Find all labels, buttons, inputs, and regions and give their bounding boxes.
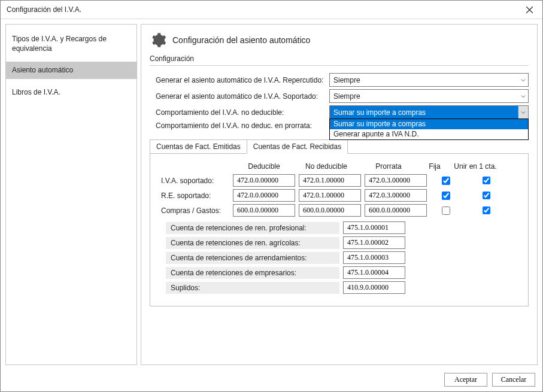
retencion-row: Cuenta de retenciones de empresarios:	[160, 266, 518, 279]
chevron-down-icon	[518, 106, 528, 118]
form-row-soportado: Generar el asiento automático de I.V.A. …	[150, 89, 529, 103]
label-no-deducible: Comportamiento del I.V.A. no deducible:	[150, 108, 329, 117]
dialog-footer: Aceptar Cancelar	[1, 367, 542, 391]
checkbox-re-soportado-fija[interactable]	[442, 192, 450, 200]
section-header: Configuración del asiento automático	[150, 32, 529, 48]
input-re-soportado-no-deducible[interactable]	[299, 189, 361, 202]
checkbox-compras-unir[interactable]	[483, 206, 490, 214]
dropdown-value: Siempre	[330, 76, 518, 84]
checkbox-iva-soportado-fija[interactable]	[442, 177, 450, 185]
input-retencion-agricolas[interactable]	[343, 236, 405, 249]
input-re-soportado-prorrata[interactable]	[365, 189, 427, 202]
header-unir: Unir en 1 cta.	[450, 162, 501, 171]
input-iva-soportado-no-deducible[interactable]	[299, 174, 361, 187]
dropdown-value: Sumar su importe a compras	[330, 108, 518, 117]
input-compras-prorrata[interactable]	[365, 204, 427, 217]
dropdown-option[interactable]: Generar apunte a IVA N.D.	[330, 129, 528, 139]
checkbox-re-soportado-unir[interactable]	[483, 192, 490, 199]
retencion-row: Suplidos:	[160, 281, 518, 294]
header-fija: Fija	[420, 162, 450, 171]
close-button[interactable]	[516, 1, 542, 19]
tab-facturas-emitidas[interactable]: Cuentas de Fact. Emitidas	[150, 139, 247, 154]
header-no-deducible: No deducible	[295, 162, 357, 171]
label-prorrata: Comportamiento del I.V.A. no deduc. en p…	[150, 121, 329, 130]
form-row-repercutido: Generar el asiento automático de I.V.A. …	[150, 73, 529, 87]
chevron-down-icon	[518, 74, 528, 86]
sidebar: Tipos de I.V.A. y Recargos de equivalenc…	[5, 24, 137, 365]
window-title: Configuración del I.V.A.	[7, 5, 516, 14]
input-iva-soportado-deducible[interactable]	[233, 174, 295, 187]
label-soportado: Generar el asiento automático de I.V.A. …	[150, 92, 329, 101]
gear-icon	[150, 32, 166, 48]
input-retencion-arrendamientos[interactable]	[343, 251, 405, 264]
tab-facturas-recibidas[interactable]: Cuentas de Fact. Recibidas	[247, 139, 348, 154]
row-label: Compras / Gastos:	[160, 206, 233, 215]
dropdown-value: Siempre	[330, 92, 518, 101]
main-panel: Configuración del asiento automático Con…	[141, 24, 538, 365]
close-icon	[526, 7, 533, 13]
checkbox-iva-soportado-unir[interactable]	[483, 177, 490, 184]
table-row: Compras / Gastos:	[160, 204, 518, 217]
table-headers: Deducible No deducible Prorrata Fija Uni…	[160, 162, 518, 171]
sidebar-item-tipos-iva[interactable]: Tipos de I.V.A. y Recargos de equivalenc…	[6, 31, 136, 57]
input-iva-soportado-prorrata[interactable]	[365, 174, 427, 187]
form-row-no-deducible: Comportamiento del I.V.A. no deducible: …	[150, 105, 529, 119]
section-title: Configuración del asiento automático	[172, 35, 310, 45]
input-compras-no-deducible[interactable]	[299, 204, 361, 217]
group-label: Configuración	[150, 54, 529, 66]
table-row: R.E. soportado:	[160, 189, 518, 202]
sidebar-item-asiento-automatico[interactable]: Asiento automático	[6, 62, 136, 78]
header-deducible: Deducible	[233, 162, 295, 171]
input-retencion-empresarios[interactable]	[343, 266, 405, 279]
table-row: I.V.A. soportado:	[160, 174, 518, 187]
input-suplidos[interactable]	[343, 281, 405, 294]
dropdown-repercutido[interactable]: Siempre	[329, 73, 529, 87]
dropdown-option[interactable]: Sumar su importe a compras	[330, 119, 528, 129]
retencion-label: Cuenta de retenciones de arrendamientos:	[166, 252, 339, 264]
dropdown-list: Sumar su importe a compras Generar apunt…	[329, 118, 529, 140]
retencion-label: Cuenta de retenciones de ren. profesiona…	[166, 222, 339, 234]
retencion-row: Cuenta de retenciones de ren. agrícolas:	[160, 236, 518, 249]
cancel-button[interactable]: Cancelar	[492, 373, 535, 387]
checkbox-compras-fija[interactable]	[442, 206, 450, 215]
sidebar-item-libros-iva[interactable]: Libros de I.V.A.	[6, 84, 136, 101]
label-repercutido: Generar el asiento automático de I.V.A. …	[150, 76, 329, 84]
input-compras-deducible[interactable]	[233, 204, 295, 217]
retencion-label: Cuenta de retenciones de ren. agrícolas:	[166, 237, 339, 249]
retencion-row: Cuenta de retenciones de ren. profesiona…	[160, 221, 518, 234]
retencion-label: Suplidos:	[166, 282, 339, 294]
row-label: I.V.A. soportado:	[160, 177, 233, 185]
dialog-window: Configuración del I.V.A. Tipos de I.V.A.…	[0, 0, 543, 392]
header-prorrata: Prorrata	[357, 162, 420, 171]
dropdown-soportado[interactable]: Siempre	[329, 89, 529, 103]
ok-button[interactable]: Aceptar	[444, 373, 487, 387]
tab-body: Deducible No deducible Prorrata Fija Uni…	[150, 153, 529, 306]
tabs: Cuentas de Fact. Emitidas Cuentas de Fac…	[150, 139, 529, 154]
row-label: R.E. soportado:	[160, 192, 233, 200]
input-retencion-profesional[interactable]	[343, 221, 405, 234]
retencion-label: Cuenta de retenciones de empresarios:	[166, 267, 339, 279]
input-re-soportado-deducible[interactable]	[233, 189, 295, 202]
dialog-body: Tipos de I.V.A. y Recargos de equivalenc…	[1, 19, 542, 367]
dropdown-no-deducible[interactable]: Sumar su importe a compras Sumar su impo…	[329, 105, 529, 119]
titlebar: Configuración del I.V.A.	[1, 1, 542, 19]
chevron-down-icon	[518, 90, 528, 102]
retencion-row: Cuenta de retenciones de arrendamientos:	[160, 251, 518, 264]
